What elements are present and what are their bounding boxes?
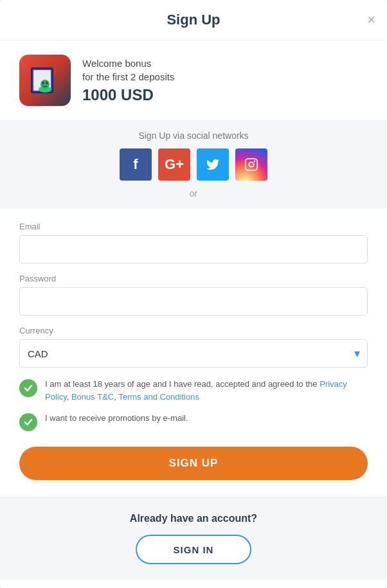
- bonus-text: Welcome bonusfor the first 2 deposits 10…: [82, 57, 174, 104]
- signin-button[interactable]: SIGN IN: [136, 535, 251, 564]
- google-button[interactable]: G+: [158, 148, 190, 181]
- currency-group: Currency CAD USD EUR GBP ▾: [19, 326, 368, 368]
- svg-rect-7: [246, 159, 257, 170]
- password-group: Password: [19, 274, 368, 316]
- promotions-text: I want to receive promotions by e-mail.: [45, 412, 188, 425]
- already-have-account-text: Already have an account?: [130, 513, 257, 524]
- currency-select[interactable]: CAD USD EUR GBP: [19, 339, 368, 368]
- currency-label: Currency: [19, 326, 368, 335]
- modal-header: Sign Up ×: [0, 0, 387, 40]
- bonus-amount: 1000 USD: [82, 86, 174, 104]
- terms-checkbox[interactable]: [19, 379, 37, 397]
- svg-point-8: [249, 162, 253, 166]
- social-label: Sign Up via social networks: [138, 130, 248, 141]
- bonus-section: Welcome bonusfor the first 2 deposits 10…: [0, 40, 387, 120]
- twitter-button[interactable]: [197, 148, 229, 181]
- svg-point-5: [42, 82, 44, 84]
- bonus-subtitle: Welcome bonusfor the first 2 deposits: [82, 57, 174, 84]
- promotions-checkbox[interactable]: [19, 413, 37, 431]
- password-input[interactable]: [19, 287, 368, 316]
- terms-link[interactable]: Terms and Conditions: [118, 392, 199, 402]
- modal-title: Sign Up: [166, 12, 220, 28]
- bonus-image: [19, 55, 71, 106]
- currency-select-wrapper: CAD USD EUR GBP ▾: [19, 339, 368, 368]
- email-input[interactable]: [19, 235, 368, 263]
- svg-point-9: [254, 161, 256, 163]
- email-label: Email: [19, 222, 368, 231]
- svg-point-6: [46, 82, 48, 84]
- close-button[interactable]: ×: [367, 13, 375, 27]
- or-divider: or: [190, 188, 197, 199]
- password-label: Password: [19, 274, 368, 283]
- email-group: Email: [19, 222, 368, 263]
- social-buttons: f G+: [120, 148, 267, 181]
- form-section: Email Password Currency CAD USD EUR GBP …: [0, 209, 387, 497]
- terms-checkbox-group: I am at least 18 years of age and I have…: [19, 378, 368, 403]
- footer-section: Already have an account? SIGN IN: [0, 497, 387, 580]
- instagram-button[interactable]: [235, 148, 267, 181]
- signup-modal: Sign Up × Welcome bonusfor the first 2 d…: [0, 0, 387, 588]
- signup-button[interactable]: SIGN UP: [19, 447, 368, 480]
- promotions-checkbox-group: I want to receive promotions by e-mail.: [19, 412, 368, 431]
- bonus-tnc-link[interactable]: Bonus T&C: [71, 392, 114, 402]
- terms-text: I am at least 18 years of age and I have…: [45, 378, 368, 403]
- facebook-button[interactable]: f: [120, 148, 152, 181]
- svg-point-4: [40, 80, 50, 89]
- social-section: Sign Up via social networks f G+ or: [0, 120, 387, 209]
